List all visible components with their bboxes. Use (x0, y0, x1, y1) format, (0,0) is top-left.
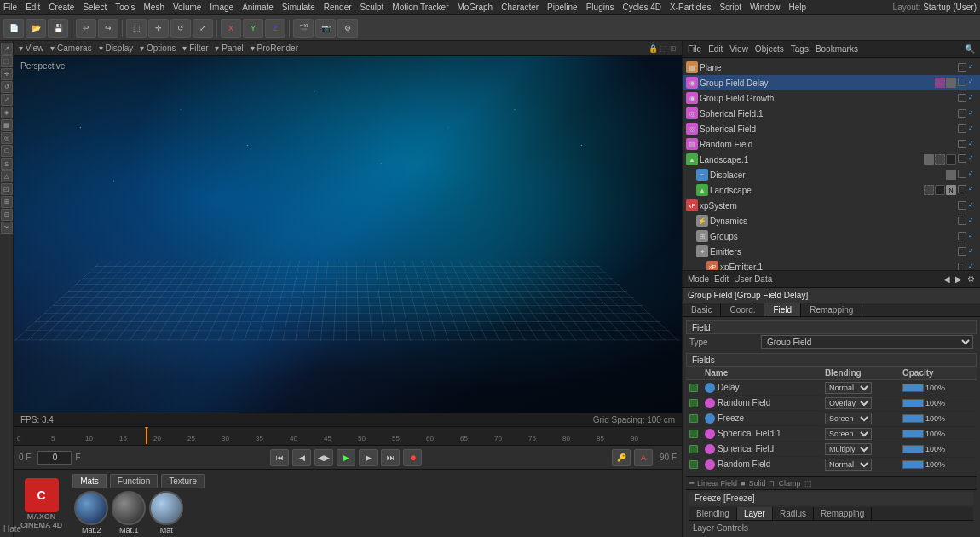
menu-edit[interactable]: Edit (26, 3, 40, 12)
next-frame-btn[interactable]: ▶ (359, 449, 378, 466)
am-settings-icon[interactable]: ⚙ (967, 274, 975, 284)
om-bookmarks[interactable]: Bookmarks (816, 44, 858, 54)
menu-render[interactable]: Render (324, 3, 352, 12)
sf1-vis[interactable] (958, 109, 966, 118)
rf-vis[interactable] (958, 140, 966, 148)
timeline-ruler[interactable]: 0 5 10 15 20 25 30 35 40 45 50 55 60 65 (14, 427, 682, 444)
left-btn-14[interactable]: ⊡ (1, 209, 13, 221)
mat-tab-mats[interactable]: Mats (72, 474, 107, 488)
render-view-btn[interactable]: 📷 (315, 19, 336, 38)
left-btn-6[interactable]: ◈ (1, 107, 13, 118)
om-item-group-field-delay[interactable]: ◉ Group Field Delay ✓ (683, 75, 980, 90)
om-objects[interactable]: Objects (755, 44, 784, 54)
viewport-menu-view[interactable]: ▾ View (19, 43, 43, 53)
rf2-blend[interactable]: Overlay (825, 397, 872, 409)
am-edit[interactable]: Edit (714, 274, 729, 284)
sf-vis[interactable] (958, 124, 966, 133)
l1-check[interactable]: ✓ (968, 154, 977, 163)
om-item-sf[interactable]: ◎ Spherical Field ✓ (683, 121, 980, 136)
save-btn[interactable]: 💾 (48, 19, 68, 38)
menu-tools[interactable]: Tools (115, 3, 135, 12)
sf-check[interactable]: ✓ (968, 124, 977, 133)
sf-opacity-bar[interactable] (902, 445, 924, 453)
y-axis-btn[interactable]: Y (243, 19, 263, 38)
xpe-check[interactable]: ✓ (968, 263, 977, 270)
fields-section-header[interactable]: Fields (686, 353, 977, 367)
x-axis-btn[interactable]: X (221, 19, 241, 38)
menu-file[interactable]: File (3, 3, 17, 12)
left-btn-5[interactable]: ⤢ (1, 94, 13, 106)
3d-viewport[interactable]: N Perspective (14, 56, 682, 413)
grp-vis[interactable] (958, 232, 966, 240)
delay-checkbox[interactable] (689, 384, 698, 392)
gfd-check[interactable]: ✓ (968, 78, 977, 86)
gfd-vis[interactable] (958, 78, 966, 86)
d-vis[interactable] (958, 170, 966, 178)
left-btn-4[interactable]: ↺ (1, 81, 13, 93)
move-btn[interactable]: ✛ (148, 19, 169, 38)
dyn-check[interactable]: ✓ (968, 217, 977, 225)
new-btn[interactable]: 📄 (3, 19, 24, 38)
viewport-menu-options[interactable]: ▾ Options (140, 43, 176, 53)
am-tab-basic[interactable]: Basic (683, 303, 721, 316)
land-vis[interactable] (958, 185, 966, 193)
menu-script[interactable]: Script (719, 3, 741, 12)
menu-simulate[interactable]: Simulate (282, 3, 315, 12)
menu-volume[interactable]: Volume (173, 3, 201, 12)
am-tab-remapping[interactable]: Remapping (801, 303, 862, 316)
delay-blend[interactable]: Normal (825, 382, 872, 394)
left-btn-13[interactable]: ⊞ (1, 196, 13, 208)
menu-animate[interactable]: Animate (242, 3, 274, 12)
om-item-rf[interactable]: ▨ Random Field ✓ (683, 136, 980, 152)
prev-frame-btn[interactable]: ◀ (292, 449, 311, 466)
om-tags[interactable]: Tags (791, 44, 809, 54)
field-type-dropdown[interactable]: Group Field (761, 335, 973, 349)
rf2-opacity-bar[interactable] (902, 399, 924, 407)
left-btn-7[interactable]: ▦ (1, 119, 13, 131)
mat-tab-function[interactable]: Function (110, 474, 158, 488)
field-row-delay[interactable]: Delay Normal 1 (686, 380, 977, 396)
om-item-groups[interactable]: ⊞ Groups ✓ (683, 228, 980, 244)
rotate-btn[interactable]: ↺ (170, 19, 191, 38)
viewport-menu-cameras[interactable]: ▾ Cameras (50, 43, 91, 53)
sf1-check[interactable]: ✓ (968, 109, 977, 118)
gfg-vis[interactable] (958, 94, 966, 102)
scale-btn[interactable]: ⤢ (193, 19, 213, 38)
delay-opacity-bar[interactable] (902, 384, 924, 392)
sf1-opacity-bar[interactable] (902, 430, 924, 438)
om-edit[interactable]: Edit (708, 44, 723, 54)
left-btn-15[interactable]: ✂ (1, 222, 13, 234)
om-item-displacer[interactable]: ≈ Displacer ✓ (683, 167, 980, 182)
menu-help[interactable]: Help (789, 3, 807, 12)
om-item-landscape1[interactable]: ▲ Landscape.1 ✓ (683, 152, 980, 167)
viewport-menu-panel[interactable]: ▾ Panel (215, 43, 243, 53)
mat-preview[interactable] (149, 491, 183, 525)
render-settings-btn[interactable]: ⚙ (337, 19, 358, 38)
open-btn[interactable]: 📂 (26, 19, 46, 38)
layer-tab-remapping[interactable]: Remapping (814, 507, 872, 520)
menu-plugins[interactable]: Plugins (586, 3, 614, 12)
xpe-vis[interactable] (958, 263, 966, 270)
sf-blend[interactable]: Multiply (825, 443, 872, 455)
field-row-rf[interactable]: Random Field Overlay (686, 396, 977, 411)
field-section-header[interactable]: Field (686, 320, 977, 334)
om-item-landscape[interactable]: ▲ Landscape N ✓ (683, 182, 980, 198)
om-search-icon[interactable]: 🔍 (965, 44, 975, 54)
z-axis-btn[interactable]: Z (265, 19, 285, 38)
om-item-emitters[interactable]: ✦ Emitters ✓ (683, 244, 980, 259)
xps-vis[interactable] (958, 201, 966, 210)
freeze-blend[interactable]: Screen (825, 413, 872, 424)
am-user-data[interactable]: User Data (734, 274, 772, 284)
mat-1-preview[interactable] (112, 491, 146, 525)
rf3-blend[interactable]: Normal (825, 459, 872, 471)
plane-vis[interactable] (958, 63, 966, 72)
mat-tab-texture[interactable]: Texture (161, 474, 205, 488)
om-item-gfg[interactable]: ◉ Group Field Growth ✓ (683, 90, 980, 106)
menu-create[interactable]: Create (49, 3, 74, 12)
keyframe-btn[interactable]: 🔑 (612, 449, 631, 466)
auto-key-btn[interactable]: A (634, 449, 653, 466)
play-btn[interactable]: ▶ (337, 449, 355, 466)
am-tab-field[interactable]: Field (764, 303, 801, 316)
play-reverse-btn[interactable]: ◀▶ (314, 449, 333, 466)
emt-vis[interactable] (958, 247, 966, 256)
